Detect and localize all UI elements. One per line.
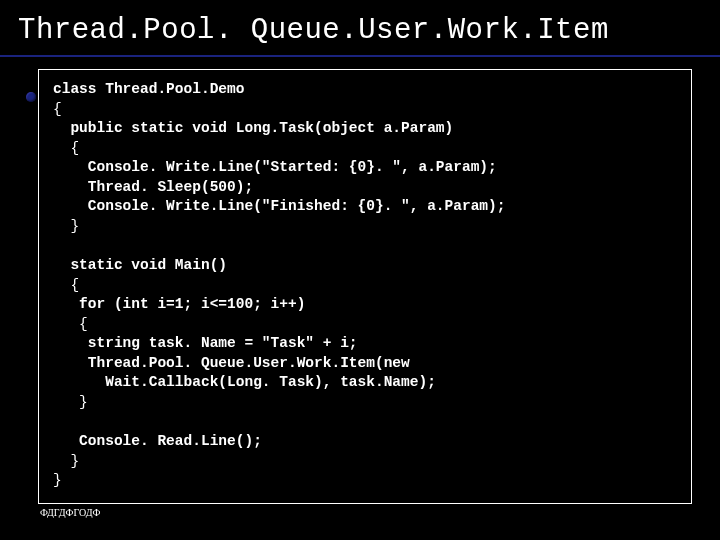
code-line: for (int i=1; i<=100; i++) xyxy=(53,296,305,312)
code-line: class Thread.Pool.Demo xyxy=(53,81,244,97)
code-line: string task. Name = "Task" + i; xyxy=(53,335,358,351)
code-line: } xyxy=(53,453,79,469)
slide: Thread.Pool. Queue.User.Work.Item class … xyxy=(0,0,720,540)
code-line: Console. Read.Line(); xyxy=(53,433,262,449)
code-line: Wait.Callback(Long. Task), task.Name); xyxy=(53,374,436,390)
footer-text: ФДГДФГОДФ xyxy=(40,507,100,518)
code-line: { xyxy=(53,101,62,117)
code-box: class Thread.Pool.Demo { public static v… xyxy=(38,69,692,504)
code-line: } xyxy=(53,394,88,410)
code-line: public static void Long.Task(object a.Pa… xyxy=(53,120,453,136)
bullet-icon xyxy=(26,92,36,102)
code-content: class Thread.Pool.Demo { public static v… xyxy=(53,80,677,491)
code-line: static void Main() xyxy=(53,257,227,273)
code-line: Console. Write.Line("Started: {0}. ", a.… xyxy=(53,159,497,175)
code-line: Console. Write.Line("Finished: {0}. ", a… xyxy=(53,198,505,214)
code-line: } xyxy=(53,218,79,234)
code-line: { xyxy=(53,277,79,293)
code-line: { xyxy=(53,140,79,156)
code-line: Thread. Sleep(500); xyxy=(53,179,253,195)
code-line: { xyxy=(53,316,88,332)
slide-title: Thread.Pool. Queue.User.Work.Item xyxy=(0,0,720,55)
title-underline xyxy=(0,55,720,57)
code-line: } xyxy=(53,472,62,488)
code-line: Thread.Pool. Queue.User.Work.Item(new xyxy=(53,355,410,371)
